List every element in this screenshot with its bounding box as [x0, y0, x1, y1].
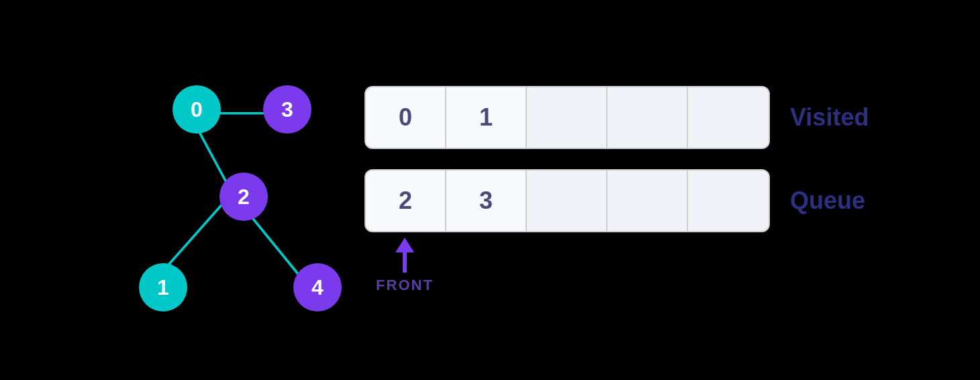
graph-area: 0 3 2 1 4 [109, 49, 324, 331]
right-panel: 0 1 Visited 2 3 [364, 86, 871, 294]
visited-row: 0 1 Visited [364, 86, 871, 149]
queue-section: 2 3 Queue FRONT [364, 169, 871, 294]
front-label: FRONT [376, 277, 434, 294]
node-4: 4 [293, 263, 342, 312]
front-indicator: FRONT [364, 238, 871, 294]
node-0: 0 [173, 85, 221, 134]
node-3: 3 [263, 85, 311, 134]
arrow-shaft-icon [403, 252, 407, 273]
arrow-group [395, 238, 414, 273]
queue-array: 2 3 [364, 169, 770, 232]
visited-cell-4 [688, 87, 769, 148]
visited-label: Visited [790, 103, 871, 132]
queue-label: Queue [790, 187, 871, 215]
queue-cell-0: 2 [366, 171, 446, 231]
visited-array: 0 1 [364, 86, 770, 149]
visited-cell-1: 1 [446, 87, 527, 148]
queue-cell-2 [527, 171, 607, 231]
visited-cell-2 [527, 87, 607, 148]
queue-cell-1: 3 [446, 171, 527, 231]
queue-row: 2 3 Queue [364, 169, 871, 232]
visited-cell-3 [607, 87, 688, 148]
arrow-head-icon [395, 238, 414, 252]
queue-cell-4 [688, 171, 769, 231]
main-container: 0 3 2 1 4 0 1 [109, 49, 871, 331]
front-arrow-area: FRONT [364, 238, 445, 294]
visited-cell-0: 0 [366, 87, 446, 148]
node-1: 1 [139, 263, 187, 312]
node-2: 2 [219, 173, 268, 221]
queue-cell-3 [607, 171, 688, 231]
